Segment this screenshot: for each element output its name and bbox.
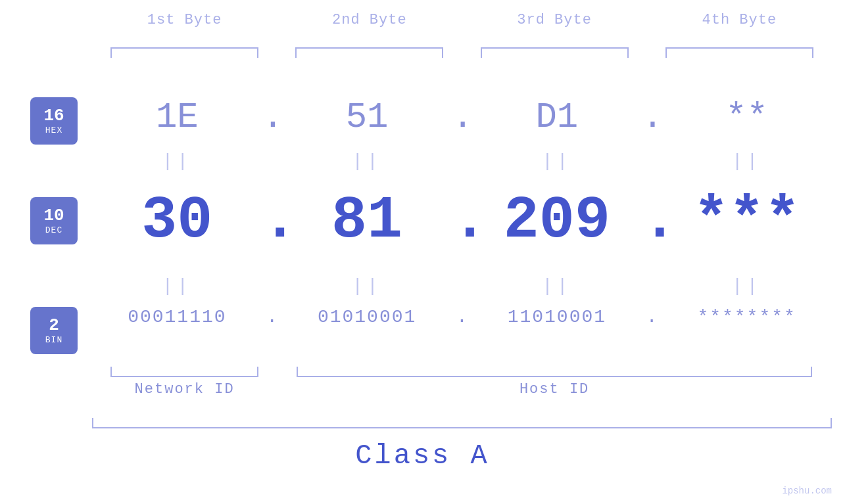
dec-row: 30 . 81 . 209 . *** xyxy=(92,187,832,254)
equals-row-1: || || || || xyxy=(92,151,832,172)
bin-badge-box: 2 BIN xyxy=(30,307,78,354)
header-byte2: 2nd Byte xyxy=(277,12,462,28)
bin-byte4: ******** xyxy=(662,307,832,327)
network-id-label: Network ID xyxy=(92,381,277,398)
dec-byte3: 209 xyxy=(472,187,642,254)
bin-byte3: 11010001 xyxy=(472,307,642,327)
hex-row: 1E . 51 . D1 . ** xyxy=(92,97,832,137)
bin-dot2: . xyxy=(452,307,472,327)
dec-badge: 10 DEC xyxy=(30,197,78,244)
bracket-cell-4 xyxy=(647,47,832,58)
bracket-top-3 xyxy=(481,47,629,58)
bracket-bottom-cell-1 xyxy=(92,367,277,377)
hex-byte4: ** xyxy=(662,97,832,137)
dec-dot2: . xyxy=(452,187,472,254)
bracket-cell-1 xyxy=(92,47,277,58)
hex-dot2: . xyxy=(452,97,472,137)
hex-badge-label: HEX xyxy=(45,126,62,135)
bin-byte1: 00011110 xyxy=(92,307,262,327)
dec-byte1: 30 xyxy=(92,187,262,254)
equals-row-2: || || || || xyxy=(92,276,832,296)
bin-row: 00011110 . 01010001 . 11010001 . *******… xyxy=(92,307,832,327)
eq1-b2: || xyxy=(282,151,452,172)
bin-badge: 2 BIN xyxy=(30,307,78,354)
bin-badge-num: 2 xyxy=(49,316,59,335)
header-byte1: 1st Byte xyxy=(92,12,277,28)
bin-badge-label: BIN xyxy=(45,335,62,345)
dec-byte4: *** xyxy=(662,187,832,254)
bracket-top-1 xyxy=(110,47,258,58)
bin-dot3: . xyxy=(642,307,662,327)
hex-byte1: 1E xyxy=(92,97,262,137)
hex-badge-num: 16 xyxy=(43,106,64,126)
eq2-b4: || xyxy=(662,276,832,296)
byte-headers: 1st Byte 2nd Byte 3rd Byte 4th Byte xyxy=(92,12,832,28)
dec-dot3: . xyxy=(642,187,662,254)
hex-badge: 16 HEX xyxy=(30,97,78,145)
full-bracket xyxy=(92,418,832,428)
watermark: ipshu.com xyxy=(782,486,832,496)
dec-badge-num: 10 xyxy=(43,206,64,225)
dec-badge-box: 10 DEC xyxy=(30,197,78,244)
bracket-cell-3 xyxy=(462,47,647,58)
bin-dot1: . xyxy=(262,307,282,327)
host-id-label: Host ID xyxy=(277,381,832,398)
eq2-b1: || xyxy=(92,276,262,296)
hex-dot3: . xyxy=(642,97,662,137)
bin-byte2: 01010001 xyxy=(282,307,452,327)
hex-dot1: . xyxy=(262,97,282,137)
header-byte3: 3rd Byte xyxy=(462,12,647,28)
dec-byte2: 81 xyxy=(282,187,452,254)
header-byte4: 4th Byte xyxy=(647,12,832,28)
eq1-b3: || xyxy=(472,151,642,172)
bracket-top-2 xyxy=(295,47,443,58)
hex-byte2: 51 xyxy=(282,97,452,137)
eq1-b4: || xyxy=(662,151,832,172)
bracket-cell-2 xyxy=(277,47,462,58)
class-label: Class A xyxy=(0,440,845,472)
eq2-b2: || xyxy=(282,276,452,296)
bracket-bottom-cell-234 xyxy=(277,367,832,377)
top-brackets xyxy=(92,47,832,58)
full-bracket-line xyxy=(92,418,832,428)
dec-dot1: . xyxy=(262,187,282,254)
hex-byte3: D1 xyxy=(472,97,642,137)
bottom-brackets-row xyxy=(92,367,832,377)
main-container: 1st Byte 2nd Byte 3rd Byte 4th Byte 16 H… xyxy=(0,0,845,504)
bracket-bottom-1 xyxy=(110,367,258,377)
bracket-top-4 xyxy=(665,47,813,58)
bracket-bottom-234 xyxy=(297,367,813,377)
eq1-b1: || xyxy=(92,151,262,172)
id-labels-row: Network ID Host ID xyxy=(92,381,832,398)
eq2-b3: || xyxy=(472,276,642,296)
hex-badge-box: 16 HEX xyxy=(30,97,78,145)
dec-badge-label: DEC xyxy=(45,225,62,235)
